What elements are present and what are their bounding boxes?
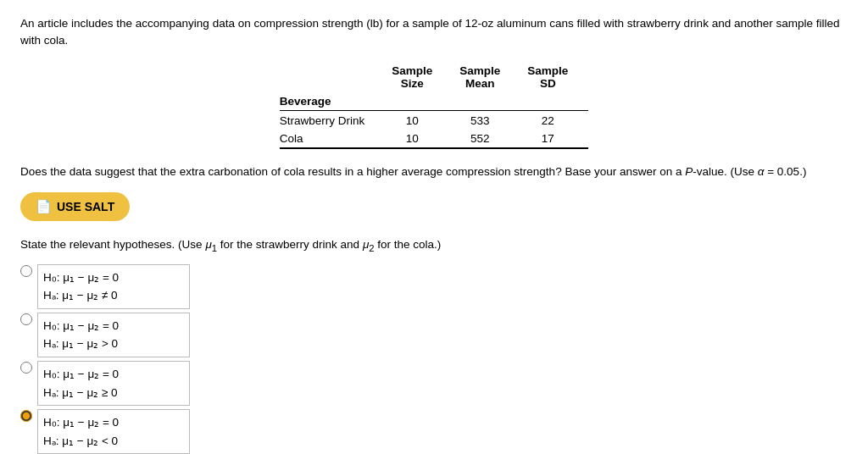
h0-line-0: H₀: μ₁ − μ₂ = 0	[43, 269, 181, 287]
hypothesis-radio-0[interactable]	[20, 265, 32, 277]
col-subheader-beverage: Beverage	[280, 92, 386, 111]
col-header-beverage	[280, 62, 386, 92]
h0-line-1: H₀: μ₁ − μ₂ = 0	[43, 317, 181, 335]
hypothesis-radio-2[interactable]	[20, 362, 32, 374]
table-cell-0-1: 10	[385, 110, 453, 130]
ha-line-3: Hₐ: μ₁ − μ₂ < 0	[43, 432, 181, 451]
ha-line-2: Hₐ: μ₁ − μ₂ ≥ 0	[43, 384, 181, 402]
table-cell-1-0: Cola	[280, 130, 386, 148]
hypotheses-section: State the relevant hypotheses. (Use μ1 f…	[20, 236, 848, 454]
hypotheses-prompt: State the relevant hypotheses. (Use μ1 f…	[20, 236, 848, 256]
ha-line-1: Hₐ: μ₁ − μ₂ > 0	[43, 335, 181, 353]
hypothesis-radio-3[interactable]	[20, 410, 32, 422]
question1-text: Does the data suggest that the extra car…	[20, 163, 848, 181]
col-header-mean: SampleMean	[453, 62, 520, 92]
hypothesis-option-1: H₀: μ₁ − μ₂ = 0Hₐ: μ₁ − μ₂ > 0	[20, 313, 848, 357]
data-table: SampleSize SampleMean SampleSD Beverage …	[280, 62, 589, 149]
ha-line-0: Hₐ: μ₁ − μ₂ ≠ 0	[43, 286, 181, 305]
table-cell-0-2: 533	[453, 110, 520, 130]
hypothesis-option-3: H₀: μ₁ − μ₂ = 0Hₐ: μ₁ − μ₂ < 0	[20, 409, 848, 454]
salt-icon: 📄	[36, 199, 52, 214]
use-salt-button[interactable]: 📄 USE SALT	[20, 192, 130, 221]
table-cell-1-3: 17	[520, 130, 588, 148]
col-subheader-size	[385, 92, 453, 111]
table-cell-0-3: 22	[520, 110, 588, 130]
intro-text: An article includes the accompanying dat…	[20, 15, 848, 50]
h0-line-3: H₀: μ₁ − μ₂ = 0	[43, 413, 181, 432]
table-cell-1-1: 10	[385, 130, 453, 148]
table-cell-0-0: Strawberry Drink	[280, 110, 386, 130]
hypothesis-option-2: H₀: μ₁ − μ₂ = 0Hₐ: μ₁ − μ₂ ≥ 0	[20, 361, 848, 406]
table-cell-1-2: 552	[453, 130, 520, 148]
col-header-sd: SampleSD	[520, 62, 588, 92]
hypothesis-radio-1[interactable]	[20, 313, 32, 325]
use-salt-label: USE SALT	[57, 200, 114, 213]
hypotheses-container: H₀: μ₁ − μ₂ = 0Hₐ: μ₁ − μ₂ ≠ 0H₀: μ₁ − μ…	[20, 264, 848, 454]
col-subheader-sd	[520, 92, 588, 111]
col-header-size: SampleSize	[385, 62, 453, 92]
hypothesis-option-0: H₀: μ₁ − μ₂ = 0Hₐ: μ₁ − μ₂ ≠ 0	[20, 264, 848, 309]
col-subheader-mean	[453, 92, 520, 111]
h0-line-2: H₀: μ₁ − μ₂ = 0	[43, 365, 181, 384]
